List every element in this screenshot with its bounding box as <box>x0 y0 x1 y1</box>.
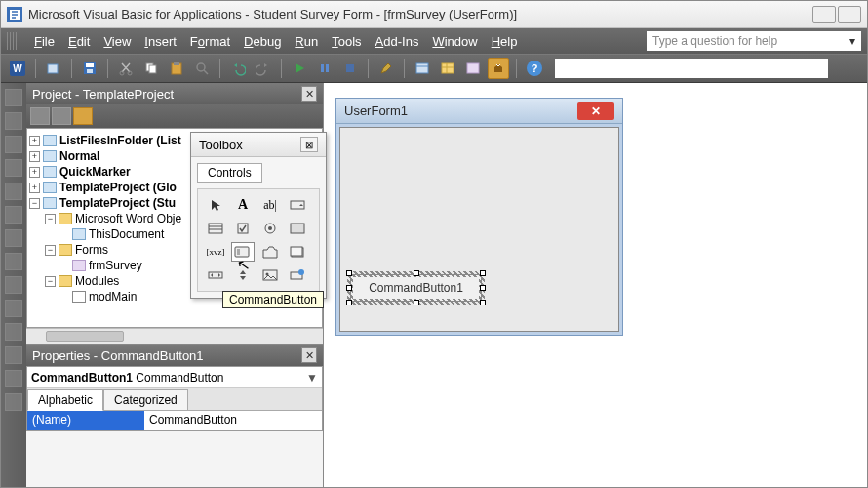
resize-handle[interactable] <box>346 300 352 305</box>
menu-addins[interactable]: Add-Ins <box>375 34 419 49</box>
frame-tool-icon[interactable]: [xvz] <box>204 242 227 262</box>
help-dropdown-icon[interactable]: ▾ <box>849 34 855 48</box>
menu-file[interactable]: File <box>34 34 55 49</box>
vt-btn[interactable] <box>5 112 22 130</box>
minimize-button[interactable] <box>812 6 836 23</box>
menu-window[interactable]: Window <box>432 34 477 49</box>
menu-debug[interactable]: Debug <box>244 34 281 49</box>
resize-handle[interactable] <box>480 285 486 291</box>
togglebutton-tool-icon[interactable] <box>286 219 309 238</box>
paste-button[interactable] <box>166 58 187 79</box>
resize-handle[interactable] <box>480 300 486 305</box>
commandbutton1[interactable]: CommandButton1 <box>350 274 482 302</box>
tree-node[interactable]: TemplateProject (Glo <box>59 181 177 194</box>
design-mode-button[interactable] <box>375 58 397 79</box>
toolbox-button[interactable] <box>488 58 509 79</box>
prop-row-name[interactable]: (Name) CommandButton <box>27 411 322 430</box>
cut-button[interactable] <box>115 58 137 79</box>
multipage-tool-icon[interactable] <box>286 242 309 262</box>
properties-window-button[interactable] <box>437 58 458 79</box>
vt-btn[interactable] <box>5 159 22 177</box>
tree-item-thisdocument[interactable]: ThisDocument <box>89 227 164 241</box>
menu-format[interactable]: Format <box>190 34 230 49</box>
vt-btn[interactable] <box>5 136 22 153</box>
project-explorer-button[interactable] <box>412 58 433 79</box>
form-designer[interactable]: UserForm1 ✕ CommandButton1 <box>324 83 867 487</box>
toolbox-tab-controls[interactable]: Controls <box>197 163 262 183</box>
userform-titlebar[interactable]: UserForm1 ✕ <box>336 99 622 124</box>
menu-tools[interactable]: Tools <box>332 34 361 49</box>
maximize-button[interactable] <box>838 6 861 23</box>
commandbutton-tool-icon[interactable] <box>231 242 255 262</box>
vt-btn[interactable] <box>5 370 22 387</box>
project-close-button[interactable]: ✕ <box>301 86 317 102</box>
resize-handle[interactable] <box>480 270 486 276</box>
tree-item-modmain[interactable]: modMain <box>89 290 137 304</box>
tree-node[interactable]: QuickMarker <box>59 165 131 179</box>
pointer-tool-icon[interactable] <box>204 195 227 215</box>
tree-node[interactable]: ListFilesInFolder (List <box>59 134 181 147</box>
toolbox-close-button[interactable]: ⊠ <box>300 137 318 152</box>
listbox-tool-icon[interactable] <box>204 219 227 238</box>
tree-node[interactable]: TemplateProject (Stu <box>59 196 176 210</box>
copy-button[interactable] <box>140 58 162 79</box>
tab-alphabetic[interactable]: Alphabetic <box>27 389 103 411</box>
word-app-icon[interactable]: W <box>7 58 28 79</box>
tree-folder[interactable]: Microsoft Word Obje <box>75 212 181 225</box>
vt-btn[interactable] <box>5 229 22 247</box>
break-button[interactable] <box>314 58 335 79</box>
tab-categorized[interactable]: Categorized <box>103 389 188 411</box>
menu-insert[interactable]: Insert <box>144 34 177 49</box>
vt-btn[interactable] <box>5 89 22 106</box>
spinbutton-tool-icon[interactable] <box>231 265 255 285</box>
reset-button[interactable] <box>339 58 361 79</box>
menu-run[interactable]: Run <box>295 34 318 49</box>
menu-help[interactable]: Help <box>492 34 518 49</box>
toolbar-search-input[interactable] <box>555 59 828 78</box>
vt-btn[interactable] <box>5 183 22 200</box>
redo-button[interactable] <box>253 58 274 79</box>
vt-btn[interactable] <box>5 276 22 294</box>
help-search-input[interactable]: Type a question for help ▾ <box>647 31 861 51</box>
vt-btn[interactable] <box>5 253 22 270</box>
resize-handle[interactable] <box>414 270 419 276</box>
help-button[interactable]: ? <box>524 58 545 79</box>
tree-item-frmsurvey[interactable]: frmSurvey <box>89 259 142 272</box>
properties-object-selector[interactable]: CommandButton1 CommandButton ▼ <box>27 367 322 388</box>
optionbutton-tool-icon[interactable] <box>258 219 282 238</box>
userform-window[interactable]: UserForm1 ✕ CommandButton1 <box>335 98 623 336</box>
toggle-folders-button[interactable] <box>73 107 93 125</box>
view-object-button[interactable] <box>52 107 71 125</box>
resize-handle[interactable] <box>414 300 419 305</box>
menu-view[interactable]: View <box>103 34 131 49</box>
object-browser-button[interactable] <box>462 58 484 79</box>
vt-btn[interactable] <box>5 346 22 364</box>
commandbutton-selection[interactable]: CommandButton1 <box>350 274 482 302</box>
scrollbar-tool-icon[interactable] <box>204 265 227 285</box>
run-button[interactable] <box>289 58 310 79</box>
insert-item-button[interactable] <box>43 58 64 79</box>
save-button[interactable] <box>79 58 100 79</box>
find-button[interactable] <box>191 58 213 79</box>
toolbox-titlebar[interactable]: Toolbox ⊠ <box>191 133 326 157</box>
tree-node[interactable]: Normal <box>59 149 99 163</box>
refedit-tool-icon[interactable] <box>286 265 309 285</box>
vt-btn[interactable] <box>5 206 22 224</box>
prop-name-value[interactable]: CommandButton <box>144 411 322 430</box>
toolbox-window[interactable]: Toolbox ⊠ Controls A ab| [xvz] <box>190 132 327 299</box>
view-code-button[interactable] <box>30 107 50 125</box>
vt-btn[interactable] <box>5 323 22 341</box>
checkbox-tool-icon[interactable] <box>231 219 255 238</box>
image-tool-icon[interactable] <box>258 265 282 285</box>
undo-button[interactable] <box>227 58 249 79</box>
properties-grid[interactable]: (Name) CommandButton <box>27 410 322 430</box>
resize-handle[interactable] <box>346 270 352 276</box>
resize-handle[interactable] <box>346 285 352 291</box>
dropdown-icon[interactable]: ▼ <box>306 371 318 385</box>
menu-edit[interactable]: Edit <box>68 34 90 49</box>
tree-folder-forms[interactable]: Forms <box>75 243 108 257</box>
label-tool-icon[interactable]: A <box>231 195 255 215</box>
vt-btn[interactable] <box>5 300 22 317</box>
vt-btn[interactable] <box>5 393 22 411</box>
properties-close-button[interactable]: ✕ <box>301 347 317 363</box>
